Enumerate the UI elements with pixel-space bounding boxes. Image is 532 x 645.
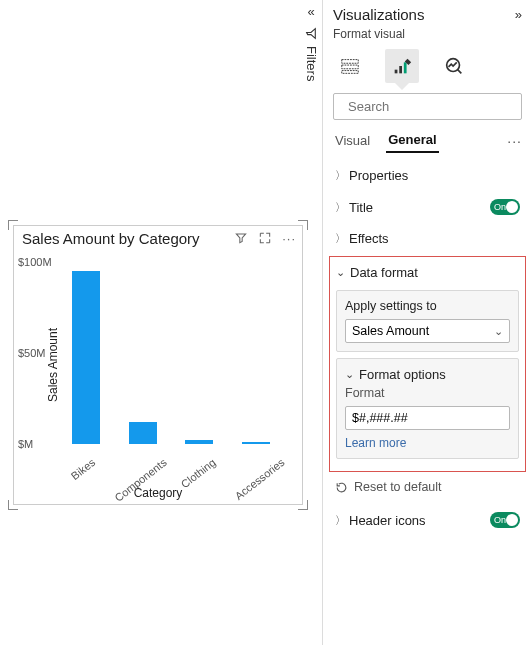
chart-visual-container[interactable]: Sales Amount by Category ··· Sales Amoun… (8, 220, 308, 510)
analytics-tab[interactable] (437, 49, 471, 83)
format-visual-tab[interactable] (385, 49, 419, 83)
expand-pane-icon[interactable]: » (515, 7, 522, 22)
x-tick: Bikes (68, 456, 97, 482)
format-label: Format (345, 386, 510, 400)
chevron-down-icon: ⌄ (494, 325, 503, 338)
svg-rect-3 (395, 70, 398, 74)
header-icons-toggle[interactable]: On (490, 512, 520, 528)
apply-settings-card: Apply settings to Sales Amount ⌄ (336, 290, 519, 352)
bar[interactable] (185, 440, 213, 444)
analytics-icon (443, 55, 465, 77)
svg-rect-0 (342, 60, 359, 64)
filters-pane-toggle[interactable]: Filters (304, 27, 319, 81)
filter-icon[interactable] (234, 231, 248, 245)
x-axis-label: Category (14, 486, 302, 500)
tab-visual[interactable]: Visual (333, 129, 372, 152)
reset-to-default[interactable]: Reset to default (333, 474, 522, 504)
plot-area: $100M $50M $M (48, 252, 294, 444)
chevron-down-icon: ⌄ (336, 266, 350, 279)
y-tick: $100M (18, 256, 52, 268)
build-visual-tab[interactable] (333, 49, 367, 83)
chart-title: Sales Amount by Category (22, 230, 234, 247)
chevron-right-icon: 〉 (335, 231, 349, 246)
section-header-icons[interactable]: 〉 Header icons On (333, 504, 522, 536)
learn-more-link[interactable]: Learn more (345, 436, 510, 450)
bar[interactable] (242, 442, 270, 444)
more-options-icon[interactable]: ··· (282, 231, 296, 246)
visualizations-pane: Visualizations » Format visual Visual Ge… (322, 0, 532, 645)
y-tick: $50M (18, 347, 46, 359)
section-effects[interactable]: 〉 Effects (333, 223, 522, 254)
svg-rect-4 (399, 66, 402, 73)
data-format-highlight: ⌄ Data format Apply settings to Sales Am… (329, 256, 526, 472)
collapse-pane-icon[interactable]: « (307, 4, 314, 19)
search-input[interactable] (348, 99, 516, 114)
focus-mode-icon[interactable] (258, 231, 272, 245)
chevron-right-icon: 〉 (335, 513, 349, 528)
apply-settings-label: Apply settings to (345, 299, 510, 313)
section-data-format[interactable]: ⌄ Data format (336, 261, 519, 284)
bar[interactable] (129, 422, 157, 444)
bar[interactable] (72, 271, 100, 444)
filter-icon (305, 27, 318, 40)
tab-general[interactable]: General (386, 128, 438, 153)
y-tick: $M (18, 438, 33, 450)
svg-rect-1 (342, 65, 359, 69)
format-brush-icon (391, 55, 413, 77)
section-properties[interactable]: 〉 Properties (333, 160, 522, 191)
search-box[interactable] (333, 93, 522, 120)
report-canvas[interactable]: « Filters Sales Amount by Category ··· S… (0, 0, 322, 645)
svg-rect-2 (342, 71, 359, 74)
format-options-card: ⌄ Format options Format Learn more (336, 358, 519, 459)
pane-title: Visualizations (333, 6, 424, 23)
apply-settings-select[interactable]: Sales Amount ⌄ (345, 319, 510, 343)
reset-icon (335, 481, 348, 494)
section-title[interactable]: 〉 Title On (333, 191, 522, 223)
fields-icon (339, 55, 361, 77)
chevron-right-icon: 〉 (335, 168, 349, 183)
format-input[interactable] (345, 406, 510, 430)
title-toggle[interactable]: On (490, 199, 520, 215)
chevron-right-icon: 〉 (335, 200, 349, 215)
chevron-down-icon: ⌄ (345, 368, 359, 381)
format-options-header[interactable]: ⌄ Format options (345, 367, 510, 382)
svg-rect-5 (404, 62, 407, 73)
filters-label: Filters (304, 46, 319, 81)
pane-subtitle: Format visual (333, 27, 522, 41)
tabs-more-icon[interactable]: ··· (507, 133, 522, 149)
